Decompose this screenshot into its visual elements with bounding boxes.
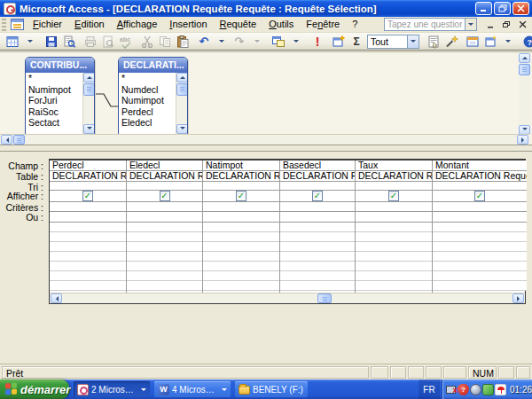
or-cell[interactable] xyxy=(280,212,355,223)
run-button[interactable]: ! xyxy=(309,34,326,50)
afficher-checkbox[interactable]: ✓ xyxy=(388,191,399,201)
sort-cell[interactable] xyxy=(127,182,202,191)
security-shield-icon[interactable]: ? xyxy=(458,384,469,395)
or-cell[interactable] xyxy=(356,212,432,223)
scroll-up-icon[interactable] xyxy=(83,73,95,82)
restore-button[interactable] xyxy=(494,2,511,15)
minimize-button[interactable] xyxy=(475,2,492,15)
show-table-button[interactable] xyxy=(330,34,348,50)
empty-rows[interactable] xyxy=(356,223,432,291)
table-cell[interactable]: DECLARATION Requête xyxy=(433,171,527,182)
show-cell[interactable]: ✓ xyxy=(127,191,202,202)
top-values-value[interactable]: Tout xyxy=(367,35,408,49)
empty-rows[interactable] xyxy=(280,223,355,291)
or-cell[interactable] xyxy=(127,212,202,223)
field-cell[interactable]: Taux xyxy=(356,160,432,171)
show-cell[interactable]: ✓ xyxy=(50,191,126,202)
table-cell[interactable]: DECLARATION Req xyxy=(203,171,279,182)
criteria-cell[interactable] xyxy=(280,202,355,212)
menu-outils[interactable]: Outils xyxy=(262,17,300,32)
group-dropdown-icon[interactable] xyxy=(222,388,227,394)
ask-question-input[interactable] xyxy=(384,18,466,31)
query-type-button[interactable] xyxy=(270,34,287,50)
menu-affichage[interactable]: Affichage xyxy=(111,17,164,32)
group-dropdown-icon[interactable] xyxy=(141,388,146,394)
new-object-dropdown-icon[interactable] xyxy=(499,34,517,50)
field-cell[interactable]: Natimpot xyxy=(203,160,279,171)
build-button[interactable] xyxy=(442,34,460,50)
scroll-thumb[interactable] xyxy=(13,135,25,145)
view-button[interactable] xyxy=(4,34,21,50)
criteria-cell[interactable] xyxy=(356,202,432,212)
menu-requete[interactable]: Requête xyxy=(214,17,263,32)
table-cell[interactable]: DECLARATION Req xyxy=(127,171,202,182)
afficher-checkbox[interactable]: ✓ xyxy=(160,191,170,201)
empty-rows[interactable] xyxy=(127,223,202,291)
afficher-checkbox[interactable]: ✓ xyxy=(312,191,323,201)
paste-button[interactable] xyxy=(174,34,192,50)
menubar-grip[interactable] xyxy=(2,19,6,31)
table-cell[interactable]: DECLARATION Req xyxy=(50,171,126,182)
afficher-checkbox[interactable]: ✓ xyxy=(236,191,246,201)
field-cell[interactable]: Eledecl xyxy=(127,160,202,171)
query-document-icon[interactable] xyxy=(11,19,24,30)
query-type-dropdown-icon[interactable] xyxy=(287,34,305,50)
file-search-button[interactable] xyxy=(60,34,78,50)
field-cell[interactable]: Basedecl xyxy=(280,160,355,171)
empty-rows[interactable] xyxy=(203,223,279,291)
scroll-down-icon[interactable] xyxy=(83,124,95,134)
scroll-thumb[interactable] xyxy=(317,293,332,303)
field-list-contribuable[interactable]: CONTRIBU... * Numimpot ForJuri RaiSoc Se… xyxy=(25,57,95,135)
start-button[interactable]: démarrer xyxy=(0,379,69,399)
field-list-declaration[interactable]: DECLARATI... * Numdecl Numimpot Perdecl … xyxy=(118,57,188,135)
scroll-thumb[interactable] xyxy=(176,83,188,96)
menu-edition[interactable]: Edition xyxy=(68,17,111,32)
undo-button[interactable]: ↶ xyxy=(195,34,213,50)
sort-cell[interactable] xyxy=(280,182,355,191)
print-preview-icon[interactable] xyxy=(99,34,117,50)
help-button[interactable]: ? xyxy=(520,34,532,50)
or-cell[interactable] xyxy=(433,212,527,223)
copy-icon[interactable] xyxy=(156,34,174,50)
pane-splitter[interactable] xyxy=(0,145,532,152)
criteria-cell[interactable] xyxy=(203,202,279,212)
show-cell[interactable]: ✓ xyxy=(356,191,432,202)
criteria-cell[interactable] xyxy=(50,202,126,212)
grid-horizontal-scrollbar[interactable] xyxy=(50,293,525,303)
scroll-up-icon[interactable] xyxy=(176,73,188,82)
taskbar-button-explorer[interactable]: BENELY (F:) xyxy=(235,381,308,397)
sort-cell[interactable] xyxy=(356,182,432,191)
table-pane-horizontal-scrollbar[interactable] xyxy=(0,134,529,145)
field-list-scrollbar[interactable] xyxy=(82,73,94,134)
field-cell[interactable]: Montant xyxy=(433,160,527,171)
mdi-minimize-button[interactable] xyxy=(483,19,498,31)
afficher-checkbox[interactable]: ✓ xyxy=(474,191,485,201)
menu-fichier[interactable]: Fichier xyxy=(27,17,68,32)
ask-question-dropdown[interactable] xyxy=(466,18,477,31)
afficher-checkbox[interactable]: ✓ xyxy=(82,191,93,201)
scroll-left-icon[interactable] xyxy=(51,293,62,303)
spelling-icon[interactable]: abc xyxy=(117,34,135,50)
criteria-cell[interactable] xyxy=(433,202,527,212)
mdi-close-button[interactable] xyxy=(515,19,530,31)
close-button[interactable] xyxy=(512,2,529,15)
empty-rows[interactable] xyxy=(433,223,527,291)
menu-insertion[interactable]: Insertion xyxy=(163,17,213,32)
field-list-scrollbar[interactable] xyxy=(176,73,187,134)
criteria-cell[interactable] xyxy=(127,202,202,212)
field-cell[interactable]: Perdecl xyxy=(50,160,126,171)
mdi-restore-button[interactable] xyxy=(499,19,514,31)
table-cell[interactable]: DECLARATION Req xyxy=(280,171,355,182)
show-cell[interactable]: ✓ xyxy=(433,191,527,202)
undo-dropdown-icon[interactable] xyxy=(213,34,231,50)
taskbar-button-word[interactable]: W 4 Microsoft Office ... xyxy=(154,381,231,397)
show-cell[interactable]: ✓ xyxy=(203,191,279,202)
scroll-right-icon[interactable] xyxy=(512,293,524,303)
redo-icon[interactable]: ↷ xyxy=(231,34,248,50)
or-cell[interactable] xyxy=(50,212,126,223)
sort-cell[interactable] xyxy=(50,182,126,191)
menu-fenetre[interactable]: Fenêtre xyxy=(300,17,346,32)
menu-aide[interactable]: ? xyxy=(346,17,364,32)
top-values-combo[interactable]: Tout xyxy=(367,35,419,49)
sort-cell[interactable] xyxy=(433,182,527,191)
